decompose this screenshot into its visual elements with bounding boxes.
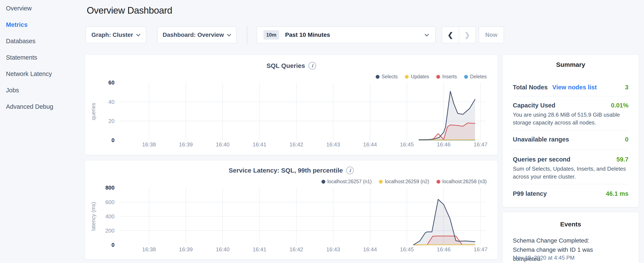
summary-value: 0 [625, 136, 628, 143]
sidebar: OverviewMetricsDatabasesStatementsNetwor… [6, 5, 82, 119]
step-back-button[interactable]: ❮ [442, 27, 459, 43]
info-icon[interactable]: i [346, 167, 354, 174]
sql-queries-plot: 16:3816:3916:4016:4116:4216:4316:4416:45… [85, 55, 498, 155]
svg-text:16:38: 16:38 [142, 141, 156, 147]
svg-text:60: 60 [108, 80, 114, 86]
sidebar-item-statements[interactable]: Statements [6, 54, 82, 61]
divider [513, 96, 628, 96]
svg-text:16:44: 16:44 [363, 246, 377, 252]
legend-label: localhost:26257 (n1) [328, 179, 372, 184]
summary-panel: Summary Total Nodes View nodes list 3 Ca… [502, 55, 639, 207]
summary-row-p99-latency: P99 latency 46.1 ms [513, 190, 628, 197]
svg-text:0: 0 [112, 242, 114, 248]
summary-row-total-nodes: Total Nodes View nodes list 3 [513, 84, 628, 91]
svg-text:16:47: 16:47 [474, 246, 488, 252]
summary-description: Sum of Selects, Updates, Inserts, and De… [513, 165, 628, 181]
summary-label: Queries per second [513, 156, 570, 163]
svg-text:16:41: 16:41 [252, 246, 266, 252]
chart-legend: SelectsUpdatesInsertsDeletes [376, 74, 487, 80]
svg-text:200: 200 [105, 228, 114, 234]
legend-item: Deletes [464, 74, 487, 80]
app-root: OverviewMetricsDatabasesStatementsNetwor… [0, 0, 644, 263]
service-latency-plot: 16:3816:3916:4016:4116:4216:4316:4416:45… [85, 160, 498, 259]
sidebar-item-databases[interactable]: Databases [6, 38, 82, 45]
svg-text:16:45: 16:45 [400, 246, 414, 252]
divider [513, 130, 628, 130]
sidebar-item-network-latency[interactable]: Network Latency [6, 70, 82, 78]
svg-text:16:43: 16:43 [326, 141, 340, 147]
legend-dot-icon [376, 75, 380, 79]
legend-dot-icon [436, 75, 440, 79]
svg-text:16:45: 16:45 [400, 141, 414, 147]
summary-value: 59.7 [616, 156, 628, 163]
svg-text:16:40: 16:40 [216, 141, 230, 147]
legend-label: Deletes [470, 74, 487, 80]
graph-dropdown-label: Graph: Cluster [92, 32, 133, 38]
legend-dot-icon [322, 180, 325, 184]
svg-text:16:46: 16:46 [437, 246, 451, 252]
dashboard-dropdown[interactable]: Dashboard: Overview [157, 27, 236, 43]
time-window-label: Past 10 Minutes [285, 32, 426, 38]
summary-value: 3 [625, 84, 628, 91]
view-nodes-list-link[interactable]: View nodes list [552, 84, 597, 91]
svg-text:queries: queries [90, 103, 96, 120]
chart-title: Service Latency: SQL, 99th percentile [229, 167, 343, 174]
sidebar-item-metrics[interactable]: Metrics [6, 21, 82, 28]
summary-label: Unavailable ranges [513, 136, 569, 143]
info-icon[interactable]: i [308, 62, 316, 70]
svg-text:latency (ms): latency (ms) [90, 202, 96, 231]
summary-label: P99 latency [513, 190, 547, 197]
legend-dot-icon [464, 75, 468, 79]
chart-title: SQL Queries [266, 62, 305, 69]
legend-item: localhost:26257 (n1) [322, 179, 372, 184]
sql-queries-chart-panel: SQL Queries i SelectsUpdatesInsertsDelet… [84, 55, 498, 155]
legend-dot-icon [436, 180, 440, 184]
svg-text:400: 400 [105, 213, 114, 219]
dashboard-dropdown-label: Dashboard: Overview [163, 32, 224, 38]
events-heading: Events [502, 221, 639, 228]
legend-item: Inserts [436, 74, 457, 80]
legend-label: Selects [382, 74, 398, 80]
svg-text:0: 0 [112, 137, 114, 143]
svg-text:20: 20 [108, 118, 114, 124]
svg-text:40: 40 [108, 99, 114, 105]
svg-text:16:43: 16:43 [326, 246, 340, 252]
legend-label: localhost:26259 (n2) [385, 179, 429, 184]
legend-item: localhost:26258 (n3) [436, 179, 487, 184]
legend-dot-icon [405, 75, 409, 79]
summary-value: 46.1 ms [606, 190, 628, 197]
now-button[interactable]: Now [479, 27, 504, 43]
svg-text:800: 800 [105, 185, 114, 191]
summary-value: 0.01% [611, 102, 628, 109]
legend-item: localhost:26259 (n2) [379, 179, 429, 184]
legend-item: Selects [376, 74, 398, 80]
page-title: Overview Dashboard [87, 5, 172, 16]
controls-divider [247, 26, 247, 44]
svg-text:16:40: 16:40 [216, 246, 230, 252]
time-step-buttons: ❮ ❯ [442, 27, 476, 43]
summary-heading: Summary [502, 61, 639, 68]
chevron-down-icon [136, 32, 140, 36]
svg-text:16:44: 16:44 [363, 141, 377, 147]
legend-label: Inserts [442, 74, 457, 80]
sidebar-item-advanced-debug[interactable]: Advanced Debug [6, 103, 82, 110]
legend-label: Updates [411, 74, 429, 80]
legend-dot-icon [379, 180, 383, 184]
summary-label: Total Nodes [513, 84, 548, 91]
events-panel: Events Schema Change Completed: Schema c… [502, 212, 639, 263]
legend-label: localhost:26258 (n3) [442, 179, 487, 184]
service-latency-chart-panel: Service Latency: SQL, 99th percentile i … [84, 160, 498, 259]
sidebar-item-jobs[interactable]: Jobs [6, 87, 82, 94]
event-timestamp: May 13, 2020 at 4:45 PM [513, 254, 575, 261]
summary-label: Capacity Used [513, 102, 555, 109]
svg-text:16:38: 16:38 [142, 246, 156, 252]
svg-text:16:39: 16:39 [179, 246, 193, 252]
summary-description: You are using 28.6 MiB of 515.9 GiB usab… [513, 111, 628, 127]
sidebar-item-overview[interactable]: Overview [6, 5, 82, 12]
svg-text:16:42: 16:42 [290, 141, 304, 147]
step-forward-button[interactable]: ❯ [459, 27, 476, 43]
svg-text:16:47: 16:47 [474, 141, 488, 147]
time-window-picker[interactable]: 10m Past 10 Minutes [257, 27, 436, 43]
chart-legend: localhost:26257 (n1)localhost:26259 (n2)… [322, 179, 487, 184]
graph-dropdown[interactable]: Graph: Cluster [86, 27, 146, 43]
